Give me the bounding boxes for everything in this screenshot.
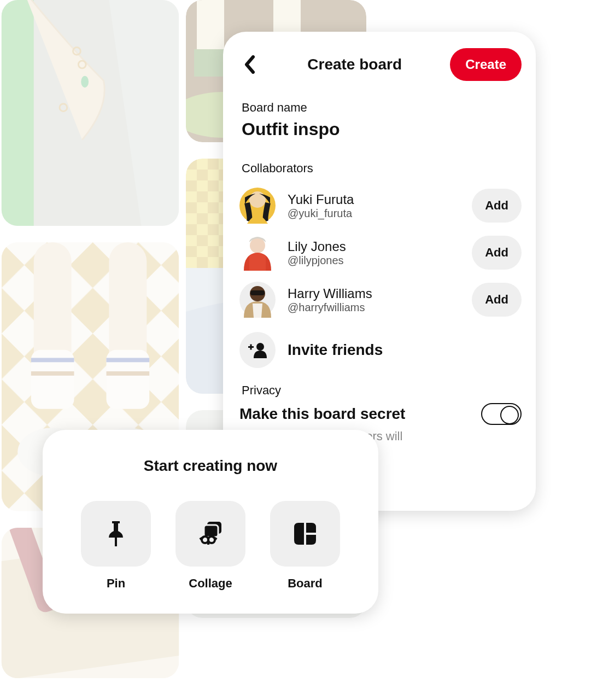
svg-point-45 [249, 191, 266, 208]
invite-friends-row[interactable]: Invite friends [239, 323, 522, 383]
board-name-input[interactable]: Outfit inspo [242, 119, 522, 139]
avatar [239, 282, 276, 318]
svg-point-47 [250, 238, 265, 253]
collaborators-label: Collaborators [242, 161, 522, 176]
invite-friends-icon [239, 332, 276, 368]
add-collaborator-button[interactable]: Add [472, 283, 522, 317]
collaborator-row: Harry Williams @harryfwilliams Add [239, 276, 522, 323]
collaborator-handle: @lilypjones [288, 254, 460, 267]
create-pin-option[interactable]: Pin [81, 501, 151, 591]
collaborator-row: Yuki Furuta @yuki_furuta Add [239, 182, 522, 229]
collaborator-row: Lily Jones @lilypjones Add [239, 229, 522, 276]
collaborator-handle: @yuki_furuta [288, 207, 460, 220]
back-button[interactable] [239, 55, 259, 74]
create-board-option[interactable]: Board [270, 501, 340, 591]
popup-item-label: Pin [107, 576, 125, 591]
popup-item-label: Board [288, 576, 323, 591]
popup-item-label: Collage [189, 576, 232, 591]
create-button[interactable]: Create [450, 48, 522, 81]
collaborators-list: Yuki Furuta @yuki_furuta Add Lily Jones … [239, 182, 522, 383]
popup-title: Start creating now [81, 457, 340, 475]
invite-friends-label: Invite friends [288, 341, 383, 359]
panel-title: Create board [259, 56, 450, 73]
svg-point-51 [256, 343, 264, 351]
collaborator-name: Yuki Furuta [288, 192, 460, 207]
secret-board-toggle[interactable] [481, 403, 522, 425]
svg-rect-54 [115, 538, 117, 546]
svg-rect-61 [207, 539, 209, 545]
board-icon [293, 522, 317, 546]
add-collaborator-button[interactable]: Add [472, 189, 522, 223]
collaborator-name: Harry Williams [288, 286, 460, 301]
privacy-title: Make this board secret [239, 405, 405, 423]
svg-rect-50 [250, 290, 265, 295]
privacy-label: Privacy [242, 383, 522, 398]
collaborator-handle: @harryfwilliams [288, 301, 460, 314]
board-name-label: Board name [242, 101, 522, 115]
chevron-left-icon [243, 55, 255, 74]
add-person-icon [248, 342, 267, 358]
svg-rect-56 [204, 525, 218, 537]
pin-icon [107, 521, 125, 546]
create-collage-option[interactable]: Collage [175, 501, 245, 591]
start-creating-popup: Start creating now Pin [43, 430, 378, 614]
avatar [239, 235, 276, 271]
add-collaborator-button[interactable]: Add [472, 236, 522, 270]
collage-icon [197, 522, 224, 546]
avatar [239, 188, 276, 224]
svg-rect-53 [250, 345, 252, 350]
collaborator-name: Lily Jones [288, 239, 460, 254]
